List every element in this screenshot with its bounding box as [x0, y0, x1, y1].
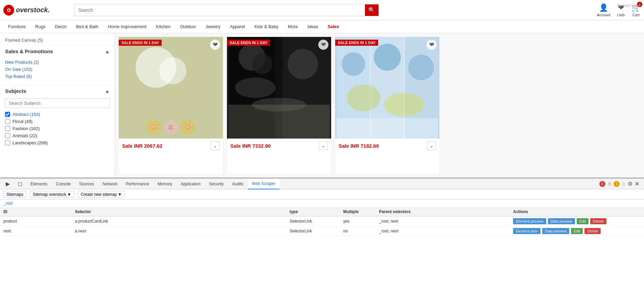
row1-delete-btn[interactable]: Delete	[590, 218, 606, 224]
devtools-tab-security[interactable]: Security	[205, 179, 228, 189]
devtools-tab-audits[interactable]: Audits	[228, 179, 248, 189]
account-icon-group[interactable]: 👤 Account	[597, 3, 611, 17]
warn-badge: 1	[614, 181, 620, 187]
subject-fashion-checkbox[interactable]	[5, 126, 10, 131]
subject-floral-checkbox[interactable]	[5, 119, 10, 124]
devtools-tab-performance[interactable]: Performance	[122, 179, 154, 189]
sitemap-overstock-label: Sitemap overstock	[33, 192, 66, 197]
devtools-tab-application[interactable]: Application	[177, 179, 205, 189]
col-header-actions: Actions	[510, 207, 644, 216]
devtools-panel: ▶ ◻ Elements Console Sources Network Per…	[0, 178, 644, 290]
product-footer-1: Sale INR 2067.62 ⌄	[119, 139, 223, 153]
row2-edit-btn[interactable]: Edit	[571, 228, 583, 234]
wishlist-button-2[interactable]: ❤	[318, 40, 328, 50]
devtools-tab-memory[interactable]: Memory	[154, 179, 177, 189]
devtools-tab-elements[interactable]: Elements	[26, 179, 52, 189]
nav-ideas[interactable]: Ideas	[303, 20, 323, 33]
product-price-2: Sale INR 7332.90	[230, 143, 271, 149]
devtools-tab-sources[interactable]: Sources	[75, 179, 98, 189]
subject-animals-checkbox[interactable]	[5, 133, 10, 138]
row1-element-preview-btn[interactable]: Element preview	[513, 218, 546, 224]
row1-data-preview-btn[interactable]: Data preview	[548, 218, 575, 224]
sidebar-framed-canvas: Framed Canvas (5)	[0, 37, 115, 44]
devtools-tab-network[interactable]: Network	[98, 179, 122, 189]
row1-actions: Element preview Data preview Edit Delete	[510, 216, 644, 226]
col-header-id: ID	[0, 207, 72, 216]
expand-button-2[interactable]: ⌄	[319, 141, 328, 150]
product-price-1: Sale INR 2067.62	[122, 143, 162, 149]
account-label: Account	[597, 13, 611, 17]
devtools-responsive-btn[interactable]: ◻	[14, 179, 26, 189]
nav-kids-baby[interactable]: Kids & Baby	[250, 20, 283, 33]
account-ideas-header: Account Ideas	[617, 3, 641, 7]
nav-rugs[interactable]: Rugs	[30, 20, 50, 33]
sale-badge-3: SALE ENDS IN 1 DAY	[335, 40, 378, 46]
subject-abstract[interactable]: Abstract (154)	[5, 111, 110, 118]
sales-promotions-header[interactable]: Sales & Promotions ▲	[0, 45, 115, 57]
devtools-tab-webscraper[interactable]: Web Scraper	[248, 179, 280, 189]
breadcrumb[interactable]: _root	[0, 200, 644, 207]
nav-jewelry[interactable]: Jewelry	[201, 20, 225, 33]
framed-canvas-link[interactable]: Framed Canvas (5)	[5, 37, 110, 44]
search-button[interactable]: 🔍	[365, 4, 378, 16]
row1-edit-btn[interactable]: Edit	[577, 218, 589, 224]
create-new-sitemap-btn[interactable]: Create new sitemap ▼	[78, 191, 125, 198]
nav-more[interactable]: More	[283, 20, 303, 33]
devtools-inspect-icon-btn[interactable]: ▶	[2, 179, 14, 189]
devtools-toolbar: Sitemaps Sitemap overstock ▼ Create new …	[0, 189, 644, 200]
nav-decor[interactable]: Decor	[50, 20, 71, 33]
sitemaps-btn[interactable]: Sitemaps	[3, 191, 26, 198]
product-image-2	[227, 37, 331, 139]
create-sitemap-label: Create new sitemap	[81, 192, 117, 197]
sale-badge-2: SALE ENDS IN 1 DAY	[227, 40, 270, 46]
nav-bed-bath[interactable]: Bed & Bath	[71, 20, 103, 33]
subject-abstract-checkbox[interactable]	[5, 112, 10, 117]
wishlist-button-3[interactable]: ❤	[427, 40, 437, 50]
expand-button-1[interactable]: ⌄	[211, 141, 220, 150]
devtools-tab-console[interactable]: Console	[52, 179, 75, 189]
subject-animals[interactable]: Animals (22)	[5, 132, 110, 139]
subject-fashion[interactable]: Fashion (162)	[5, 125, 110, 132]
search-subjects-input[interactable]	[5, 98, 110, 108]
close-devtools-icon[interactable]: ✕	[635, 180, 640, 188]
product-image-3	[335, 37, 439, 139]
nav-apparel[interactable]: Apparel	[225, 20, 250, 33]
wishlist-button-1[interactable]: ❤	[210, 40, 220, 50]
row2-data-preview-btn[interactable]: Data preview	[542, 228, 569, 234]
art2-svg	[228, 37, 330, 139]
sitemap-overstock-arrow: ▼	[67, 192, 71, 197]
row1-multiple: yes	[340, 216, 376, 226]
top-rated-link[interactable]: Top Rated (6)	[5, 73, 110, 80]
row2-parent: _root, next	[376, 226, 510, 236]
subject-animals-label: Animals (22)	[13, 133, 37, 138]
new-products-link[interactable]: New Products (2)	[5, 59, 110, 66]
subject-floral[interactable]: Floral (49)	[5, 118, 110, 125]
subject-landscapes-checkbox[interactable]	[5, 140, 10, 145]
on-sale-link[interactable]: On Sale (152)	[5, 66, 110, 73]
row1-type: SelectorLink	[286, 216, 340, 226]
product-card-1: 🌼🌸🌼 SALE ENDS IN 1 DAY ❤ Sale INR 2067.6…	[118, 37, 223, 174]
settings-icon[interactable]: ⚙	[628, 181, 632, 187]
subjects-header[interactable]: Subjects ▲	[0, 85, 115, 97]
nav-outdoor[interactable]: Outdoor	[175, 20, 201, 33]
row2-id: next	[0, 226, 72, 236]
svg-point-8	[252, 98, 306, 111]
search-input[interactable]	[75, 4, 365, 16]
subjects-label: Subjects	[5, 88, 26, 94]
logo-icon: o	[3, 5, 14, 16]
expand-button-3[interactable]: ⌄	[427, 141, 436, 150]
main-content: Framed Canvas (5) Sales & Promotions ▲ N…	[0, 33, 644, 178]
sitemap-overstock-btn[interactable]: Sitemap overstock ▼	[30, 191, 74, 198]
subject-landscapes[interactable]: Landscapes (268)	[5, 139, 110, 146]
nav-sales[interactable]: Sales	[323, 20, 344, 33]
row2-element-preview-btn[interactable]: Element prev	[513, 228, 540, 234]
nav-kitchen[interactable]: Kitchen	[151, 20, 175, 33]
nav-furniture[interactable]: Furniture	[3, 20, 30, 33]
subject-abstract-label: Abstract (154)	[13, 112, 40, 117]
logo[interactable]: o overstock.	[3, 5, 71, 16]
col-header-type: type	[286, 207, 340, 216]
devtools-header: ▶ ◻ Elements Console Sources Network Per…	[0, 179, 644, 189]
row2-delete-btn[interactable]: Delete	[584, 228, 601, 234]
nav-home-improvement[interactable]: Home Improvement	[103, 20, 151, 33]
svg-point-14	[374, 44, 401, 71]
